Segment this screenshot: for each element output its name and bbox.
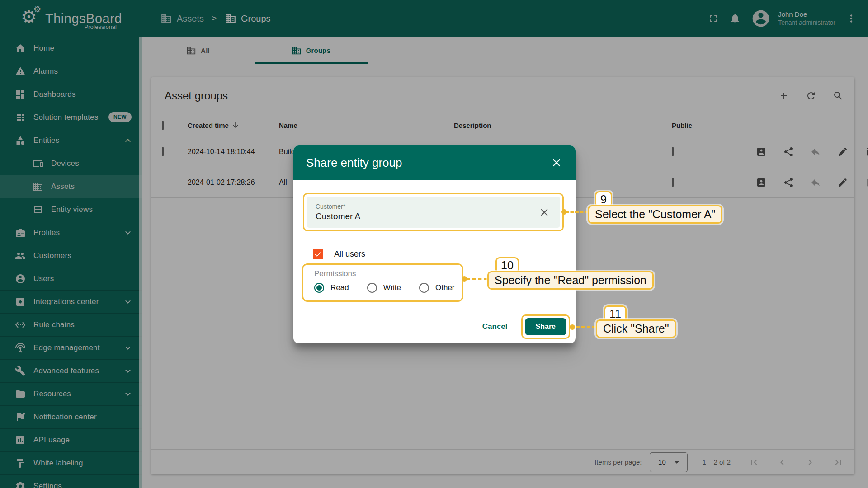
dialog-header: Share entity group <box>293 145 576 180</box>
annotation-callout-11: Click "Share" <box>596 319 676 338</box>
customer-field-label: Customer* <box>316 203 551 210</box>
dialog-title: Share entity group <box>306 156 402 170</box>
annotation-dot <box>570 324 575 330</box>
annotation-ring-permissions: Permissions Read Write Other <box>302 263 463 302</box>
radio-icon <box>367 283 377 293</box>
customer-select[interactable]: Customer* Customer A <box>307 197 560 228</box>
permissions-radio-group: Read Write Other <box>314 283 462 293</box>
radio-read[interactable]: Read <box>314 283 349 293</box>
cancel-button[interactable]: Cancel <box>478 319 512 335</box>
annotation-ring-share: Share <box>521 314 570 339</box>
annotation-connector <box>566 211 588 213</box>
annotation-ring-customer: Customer* Customer A <box>303 193 564 231</box>
share-button[interactable]: Share <box>525 318 566 335</box>
permissions-label: Permissions <box>314 269 462 278</box>
all-users-checkbox[interactable]: All users <box>313 249 365 259</box>
clear-icon[interactable] <box>538 206 550 218</box>
annotation-callout-9: Select the "Customer A" <box>588 205 722 224</box>
radio-write[interactable]: Write <box>367 283 401 293</box>
annotation-connector <box>576 326 596 328</box>
screen: ⚙⚙ ThingsBoard Professional Home Alarms … <box>0 0 868 488</box>
dialog-actions: Cancel Share <box>478 314 570 339</box>
radio-selected-icon <box>314 283 324 293</box>
customer-field-value: Customer A <box>316 211 551 221</box>
annotation-connector <box>467 278 487 280</box>
checkbox-checked-icon <box>313 249 323 259</box>
share-entity-group-dialog: Share entity group Customer* Customer A … <box>293 145 576 343</box>
radio-other[interactable]: Other <box>419 283 455 293</box>
close-icon[interactable] <box>550 156 563 169</box>
annotation-callout-10: Specify the "Read" permission <box>487 271 654 290</box>
radio-icon <box>419 283 429 293</box>
